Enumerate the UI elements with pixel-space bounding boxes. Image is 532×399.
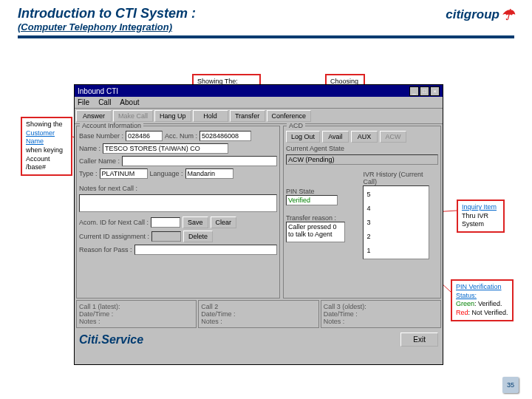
account-info-panel: Account Information Base Number : 028486… [76, 126, 280, 299]
citigroup-logo: citigroup☂ [446, 6, 514, 24]
pin-state-field: Verified [286, 195, 338, 205]
label: Name : [79, 145, 100, 152]
save-button[interactable]: Save [183, 216, 208, 228]
label: Language : [150, 170, 183, 177]
label: Notes for next Call : [79, 185, 137, 192]
acw-button[interactable]: ACW [380, 131, 406, 143]
aux-button[interactable]: AUX [351, 131, 378, 143]
list-item: 2 [366, 233, 426, 240]
conference-button[interactable]: Conference [267, 110, 312, 122]
callout-customer-name: Showing the Customer Name when keying Ac… [21, 117, 72, 176]
umbrella-icon: ☂ [501, 6, 514, 24]
call-3-panel: Call 3 (oldest): Date/Time : Notes : [321, 300, 441, 328]
acc-num-input[interactable]: 5028486008 [200, 131, 251, 141]
label: Acom. ID for Next Call : [79, 219, 149, 226]
list-item: 3 [366, 219, 426, 226]
list-item: 4 [366, 205, 426, 212]
exit-button[interactable]: Exit [400, 332, 438, 347]
logout-button[interactable]: Log Out [286, 131, 320, 143]
brand-text: Citi.Service [79, 333, 143, 347]
ivr-history-list: 5 4 3 2 1 [363, 185, 429, 259]
callout-inquiry-ivr: Inquiry Item Thru IVR System [457, 200, 505, 233]
titlebar: Inbound CTI _ □ × [75, 85, 443, 97]
minimize-button[interactable]: _ [409, 86, 419, 96]
label: Reason for Pass : [79, 246, 132, 253]
panel-title: ACD [287, 122, 305, 129]
answer-button[interactable]: Answer [76, 110, 112, 122]
language-select[interactable]: Mandarin [185, 168, 233, 179]
clear-button[interactable]: Clear [211, 216, 237, 228]
hold-button[interactable]: Hold [193, 110, 228, 122]
acom-id-input[interactable] [151, 217, 180, 228]
callout-pin-status: PIN Verification Status: Green: Verified… [451, 279, 514, 321]
label: Base Number : [79, 132, 123, 140]
acd-panel: ACD Log Out Avail AUX ACW Current Agent … [283, 126, 441, 299]
label: IVR History (Current Call) [363, 171, 438, 185]
delete-button[interactable]: Delete [183, 231, 213, 242]
call-2-panel: Call 2 Date/Time : Notes : [198, 300, 318, 328]
makecall-button[interactable]: Make Call [113, 110, 153, 122]
name-input[interactable]: TESCO STORES (TAIWAN) CO [103, 143, 228, 154]
close-button[interactable]: × [430, 86, 440, 96]
page-number: 35 [502, 377, 519, 393]
list-item: 5 [366, 191, 426, 198]
label: Acc. Num : [165, 132, 197, 140]
slide-subtitle: (Computer Telephony Integration) [18, 21, 196, 33]
caller-name-input[interactable] [122, 156, 277, 166]
menu-call[interactable]: Call [98, 98, 111, 106]
label: Current Agent State [286, 145, 344, 152]
type-input[interactable]: PLATINUM [100, 168, 148, 179]
divider [18, 35, 514, 38]
label: Caller Name : [79, 157, 120, 165]
label: Type : [79, 170, 98, 177]
notes-textarea[interactable] [79, 194, 277, 212]
list-item: 1 [366, 247, 426, 254]
call-1-panel: Call 1 (latest): Date/Time : Notes : [76, 300, 197, 328]
transfer-button[interactable]: Transfer [230, 110, 265, 122]
current-id-field [151, 231, 181, 242]
label: Current ID assignment : [79, 233, 149, 240]
avail-button[interactable]: Avail [322, 131, 349, 143]
label: Transfer reason : [286, 214, 361, 222]
reason-select[interactable] [134, 245, 277, 255]
panel-title: Account Information [80, 122, 143, 129]
label: PIN State [286, 188, 361, 195]
menu-about[interactable]: About [120, 98, 139, 106]
cti-window: Inbound CTI _ □ × File Call About Answer… [74, 84, 443, 365]
maximize-button[interactable]: □ [420, 86, 429, 96]
menu-file[interactable]: File [78, 98, 89, 106]
agent-state-field: ACW (Pending) [286, 154, 438, 165]
slide-title: Introduction to CTI System : [18, 6, 196, 21]
base-number-input[interactable]: 028486 [126, 131, 163, 141]
transfer-reason-field: Caller pressed 0 to talk to Agent [286, 222, 345, 242]
hangup-button[interactable]: Hang Up [154, 110, 191, 122]
menubar: File Call About [75, 97, 443, 109]
